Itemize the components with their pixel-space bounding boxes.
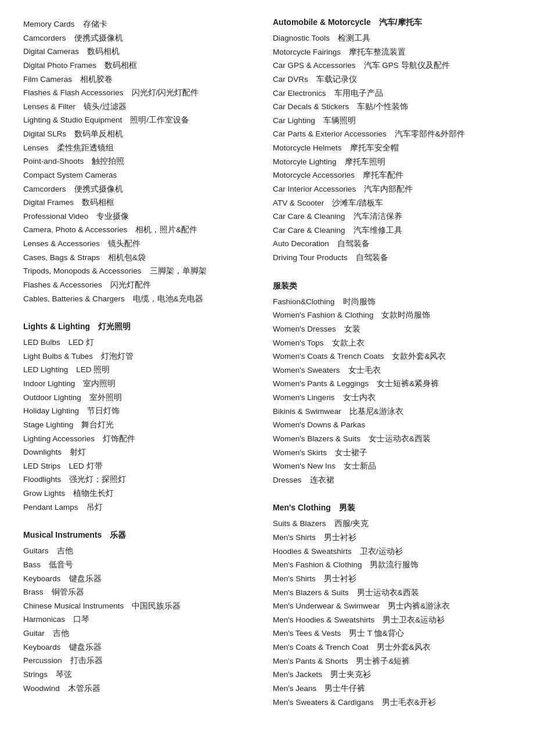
list-item: Men's Hoodies & Sweatshirts 男士卫衣&运动衫 [273,613,511,627]
list-item: Camera, Photo & Accessories 相机，照片&配件 [23,223,261,237]
list-item: Cases, Bags & Straps 相机包&袋 [23,251,261,265]
list-item: Stage Lighting 舞台灯光 [23,418,261,432]
list-item: LED Strips LED 灯带 [23,459,261,473]
list-item: Women's Fashion & Clothing 女款时尚服饰 [273,308,511,322]
list-item: Men's Coats & Trench Coat 男士外套&风衣 [273,640,511,654]
list-item: Camcorders 便携式摄像机 [23,31,261,45]
list-item: Men's Tees & Vests 男士 T 恤&背心 [273,627,511,640]
list-item: Light Bulbs & Tubes 灯泡灯管 [23,350,261,363]
list-item: LED Bulbs LED 灯 [23,336,261,350]
section-title: Musical Instruments 乐器 [23,530,261,541]
list-item: Digital SLRs 数码单反相机 [23,127,261,141]
list-item: Dresses 连衣裙 [273,473,511,487]
section: Musical Instruments 乐器Guitars 吉他Bass 低音号… [23,530,261,695]
list-item: Digital Photo Frames 数码相框 [23,59,261,73]
section-title: Men's Clothing 男装 [273,503,511,513]
list-item: Men's Shirts 男士衬衫 [273,531,511,545]
section: 服装类Fashion&Clothing 时尚服饰Women's Fashion … [273,281,511,487]
list-item: Men's Shirts 男士衬衫 [273,572,511,586]
section-title: Automobile & Motorcycle 汽车/摩托车 [273,17,511,28]
list-item: Camcorders 便携式摄像机 [23,182,261,196]
list-item: Fashion&Clothing 时尚服饰 [273,295,511,309]
list-item: Motorcycle Accessories 摩托车配件 [273,168,511,182]
list-item: Outdoor Lighting 室外照明 [23,391,261,405]
list-item: Woodwind 木管乐器 [23,682,261,696]
list-item: Men's Sweaters & Cardigans 男士毛衣&开衫 [273,696,511,710]
intro-section: Memory Cards 存储卡Camcorders 便携式摄像机Digital… [23,17,261,305]
list-item: Floodlights 强光灯；探照灯 [23,473,261,487]
list-item: Bikinis & Swimwear 比基尼&游泳衣 [273,405,511,419]
list-item: Women's Tops 女款上衣 [273,336,511,350]
list-item: Car DVRs 车载记录仪 [273,73,511,87]
list-item: Women's Coats & Trench Coats 女款外套&风衣 [273,350,511,363]
list-item: Car Lighting 车辆照明 [273,114,511,128]
list-item: Men's Jackets 男士夹克衫 [273,668,511,682]
list-item: Auto Decoration 自驾装备 [273,237,511,251]
list-item: Men's Fashion & Clothing 男款流行服饰 [273,558,511,572]
list-item: Motorcycle Fairings 摩托车整流装置 [273,45,511,59]
list-item: Men's Pants & Shorts 男士裤子&短裤 [273,654,511,668]
list-item: Digital Frames 数码相框 [23,196,261,210]
list-item: Brass 铜管乐器 [23,585,261,599]
section: Automobile & Motorcycle 汽车/摩托车Diagnostic… [273,17,511,265]
list-item: Car GPS & Accessories 汽车 GPS 导航仪及配件 [273,59,511,73]
list-item: Suits & Blazers 西服/夹克 [273,517,511,531]
list-item: LED Lighting LED 照明 [23,363,261,377]
list-item: Women's Downs & Parkas [273,418,511,432]
list-item: Car Electronics 车用电子产品 [273,87,511,100]
section-title: Lights & Lighting 灯光照明 [23,322,261,332]
list-item: Flashes & Accessories 闪光灯配件 [23,278,261,292]
list-item: Downlights 射灯 [23,445,261,459]
list-item: Lenses 柔性焦距透镜组 [23,141,261,155]
list-item: Women's Skirts 女士裙子 [273,446,511,460]
section: Lights & Lighting 灯光照明LED Bulbs LED 灯Lig… [23,322,261,514]
list-item: Professional Video 专业摄像 [23,210,261,224]
list-item: Lighting & Studio Equipment 照明/工作室设备 [23,113,261,127]
list-item: ATV & Scooter 沙滩车/踏板车 [273,196,511,210]
list-item: Guitar 吉他 [23,627,261,640]
list-item: Tripods, Monopods & Accessories 三脚架，单脚架 [23,264,261,278]
list-item: Car Interior Accessories 汽车内部配件 [273,182,511,196]
list-item: Chinese Musical Instruments 中国民族乐器 [23,599,261,613]
list-item: Bass 低音号 [23,558,261,572]
list-item: Indoor Lighting 室内照明 [23,377,261,391]
list-item: Strings 琴弦 [23,668,261,682]
list-item: Women's Sweaters 女士毛衣 [273,363,511,377]
list-item: Lenses & Filter 镜头/过滤器 [23,100,261,114]
list-item: Women's Pants & Leggings 女士短裤&紧身裤 [273,377,511,391]
section: Men's Clothing 男装Suits & Blazers 西服/夹克Me… [273,503,511,709]
list-item: Driving Tour Products 自驾装备 [273,251,511,265]
list-item: Point-and-Shoots 触控拍照 [23,154,261,168]
list-item: Flashes & Flash Accessories 闪光灯/闪光灯配件 [23,86,261,100]
list-item: Pendant Lamps 吊灯 [23,501,261,514]
list-item: Guitars 吉他 [23,544,261,558]
left-column: Memory Cards 存储卡Camcorders 便携式摄像机Digital… [23,17,273,725]
list-item: Car Care & Cleaning 汽车维修工具 [273,224,511,237]
list-item: Digital Cameras 数码相机 [23,45,261,59]
list-item: Men's Jeans 男士牛仔裤 [273,682,511,696]
list-item: Lighting Accessories 灯饰配件 [23,432,261,446]
list-item: Car Parts & Exterior Accessories 汽车零部件&外… [273,127,511,141]
list-item: Holiday Lighting 节日灯饰 [23,404,261,418]
section-title: 服装类 [273,281,511,291]
list-item: Women's Lingeris 女士内衣 [273,391,511,405]
list-item: Diagnostic Tools 检测工具 [273,31,511,45]
list-item: Women's Blazers & Suits 女士运动衣&西装 [273,432,511,446]
list-item: Grow Lights 植物生长灯 [23,487,261,501]
list-item: Men's Underwear & Swimwear 男士内裤&游泳衣 [273,599,511,613]
list-item: Car Care & Cleaning 汽车清洁保养 [273,210,511,224]
list-item: Motorcycle Helmets 摩托车安全帽 [273,141,511,155]
list-item: Film Cameras 相机胶卷 [23,73,261,87]
list-item: Women's Dresses 女装 [273,322,511,336]
list-item: Keyboards 键盘乐器 [23,640,261,654]
list-item: Keyboards 键盘乐器 [23,572,261,586]
list-item: Cables, Batteries & Chargers 电缆，电池&充电器 [23,292,261,306]
list-item: Car Decals & Stickers 车贴/个性装饰 [273,100,511,114]
list-item: Lenses & Accessories 镜头配件 [23,237,261,251]
list-item: Harmonicas 口琴 [23,613,261,627]
list-item: Memory Cards 存储卡 [23,17,261,31]
list-item: Compact System Cameras [23,168,261,182]
list-item: Motorcyle Lighting 摩托车照明 [273,155,511,169]
list-item: Men's Blazers & Suits 男士运动衣&西装 [273,586,511,600]
list-item: Hoodies & Sweatshirts 卫衣/运动衫 [273,545,511,559]
